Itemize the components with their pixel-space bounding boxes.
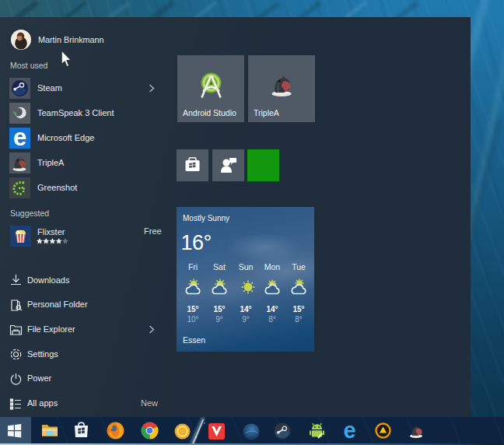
svg-text:e: e [13,128,26,149]
svg-text:e: e [343,422,355,440]
